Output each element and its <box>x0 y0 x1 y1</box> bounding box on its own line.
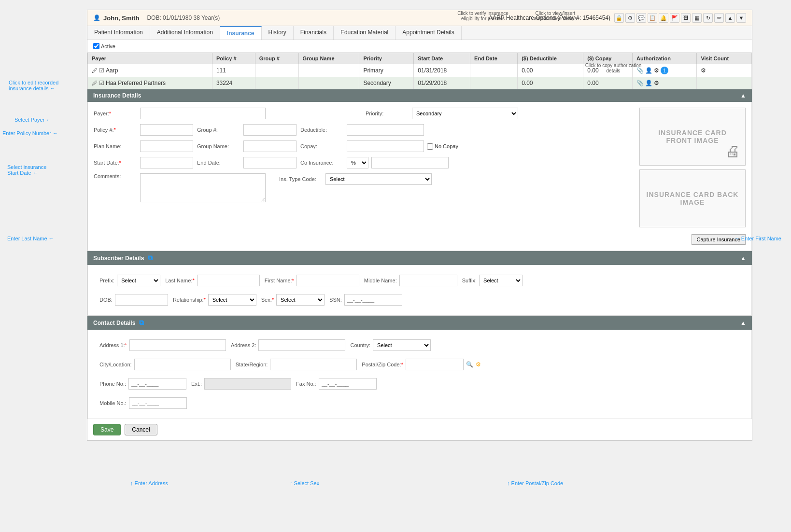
image-icon[interactable]: 🖼 <box>681 13 691 23</box>
callout-enter-policy: Enter Policy Number ← <box>2 130 58 136</box>
priority-select[interactable]: Secondary <box>412 108 518 119</box>
comments-textarea[interactable] <box>140 173 266 202</box>
refresh-icon[interactable]: ↻ <box>703 13 713 23</box>
gear-icon4[interactable]: ⚙ <box>654 80 659 86</box>
end-date-label: End Date: <box>197 160 240 166</box>
start-date-input[interactable] <box>140 157 193 168</box>
tab-patient-information[interactable]: Patient Information <box>87 26 150 40</box>
lock-icon[interactable]: 🔒 <box>614 13 624 23</box>
address1-label: Address 1:* <box>99 342 127 348</box>
prefix-select[interactable]: Select <box>117 275 160 286</box>
relationship-select[interactable]: Select <box>208 294 256 306</box>
deductible-input[interactable] <box>347 124 424 136</box>
tab-financials[interactable]: Financials <box>294 26 334 40</box>
first-name-input[interactable] <box>297 275 359 286</box>
row1-visitcount: ⚙ <box>697 64 752 77</box>
dob-input[interactable] <box>115 294 168 306</box>
contact-details-header[interactable]: Contact Details ⧉ ▲ <box>87 316 752 330</box>
subscriber-details-header[interactable]: Subscriber Details ⧉ ▲ <box>87 251 752 265</box>
sex-select[interactable]: Select <box>276 294 325 306</box>
copy-icon2[interactable]: ⧉ <box>139 319 144 326</box>
gear-icon2[interactable]: ⚙ <box>654 67 659 74</box>
edit-icon[interactable]: 🖊 <box>92 67 98 74</box>
edit-icon2[interactable]: ✏ <box>714 13 724 23</box>
tab-education-material[interactable]: Education Material <box>334 26 396 40</box>
policy-input[interactable] <box>140 124 193 136</box>
active-checkbox-label[interactable]: Active <box>93 43 746 49</box>
flag-icon[interactable]: 🚩 <box>670 13 679 23</box>
tab-additional-information[interactable]: Additional Information <box>150 26 220 40</box>
gear-icon3[interactable]: ⚙ <box>701 67 706 74</box>
priority-label: Priority: <box>366 111 409 116</box>
last-name-input[interactable] <box>197 275 260 286</box>
patient-name: John, Smith <box>103 14 139 22</box>
first-name-label: First Name:* <box>265 278 294 283</box>
city-input[interactable] <box>134 359 231 370</box>
chevron-up-contact: ▲ <box>740 320 746 326</box>
row1-groupname <box>298 64 359 77</box>
checkbox-icon[interactable]: ☑ <box>99 80 104 86</box>
group-name-input[interactable] <box>243 140 297 152</box>
payer-input[interactable] <box>140 108 266 119</box>
plan-name-input[interactable] <box>140 140 193 152</box>
ext-input[interactable] <box>204 378 291 390</box>
search-icon[interactable]: 🔍 <box>466 361 473 368</box>
country-select[interactable]: Select <box>373 339 431 351</box>
row1-startdate: 01/31/2018 <box>414 64 470 77</box>
paperclip-icon2[interactable]: 📎 <box>636 80 644 86</box>
tab-insurance[interactable]: Insurance <box>220 26 262 40</box>
mobile-input[interactable] <box>129 397 187 409</box>
edit-icon[interactable]: 🖊 <box>92 80 98 86</box>
no-copay-label[interactable]: No Copay <box>427 143 458 150</box>
row1-group <box>255 64 298 77</box>
chevron-up-icon[interactable]: ▲ <box>725 13 735 23</box>
active-checkbox[interactable] <box>93 43 99 49</box>
settings-icon2[interactable]: ⚙ <box>476 361 481 368</box>
suffix-select[interactable]: Select <box>479 275 523 286</box>
insurance-details-header[interactable]: Insurance Details ▲ <box>87 89 752 102</box>
row1-policy: 111 <box>212 64 255 77</box>
state-input[interactable] <box>270 359 357 370</box>
address1-input[interactable] <box>129 339 226 351</box>
callout-select-sex: ↑ Select Sex <box>290 480 319 486</box>
checkbox-icon[interactable]: ☑ <box>99 67 104 74</box>
row2-policy: 33224 <box>212 77 255 89</box>
cancel-button[interactable]: Cancel <box>125 424 157 435</box>
ins-type-select[interactable]: Select <box>325 173 432 185</box>
th-payer: Payer <box>88 53 212 64</box>
verify-tooltip: Click to verify insurance eligibility fo… <box>454 11 512 21</box>
th-policy: Policy # <box>212 53 255 64</box>
middle-name-input[interactable] <box>399 275 457 286</box>
row2-visitcount <box>697 77 752 89</box>
th-enddate: End Date <box>470 53 518 64</box>
ins-type-label: Ins. Type Code: <box>279 176 323 182</box>
person-icon[interactable]: 👤 <box>645 67 652 74</box>
ssn-input[interactable] <box>344 294 402 306</box>
tab-history[interactable]: History <box>262 26 294 40</box>
insurance-back-image[interactable]: INSURANCE CARD BACK IMAGE <box>639 169 746 227</box>
copy-icon[interactable]: ⧉ <box>148 254 153 262</box>
tab-appointment-details[interactable]: Appointment Details <box>396 26 461 40</box>
insurance-front-image[interactable]: INSURANCE CARD FRONT IMAGE 🖨 <box>639 108 746 166</box>
person-icon2[interactable]: 👤 <box>645 80 652 86</box>
grid-icon[interactable]: ▦ <box>692 13 702 23</box>
copay-label: Copay: <box>300 143 344 149</box>
postal-input[interactable] <box>406 359 464 370</box>
phone-input[interactable] <box>128 378 186 390</box>
co-insurance-input[interactable] <box>371 157 449 168</box>
callout-enter-address: ↑ Enter Address <box>130 480 168 486</box>
address2-input[interactable] <box>258 339 345 351</box>
end-date-input[interactable] <box>243 157 297 168</box>
chat-icon[interactable]: 💬 <box>636 13 646 23</box>
no-copay-checkbox[interactable] <box>427 143 433 150</box>
note-icon[interactable]: 📋 <box>648 13 657 23</box>
co-insurance-percent-select[interactable]: % <box>347 157 368 168</box>
fax-input[interactable] <box>319 378 377 390</box>
settings-icon[interactable]: ⚙ <box>625 13 635 23</box>
group-input[interactable] <box>243 124 297 136</box>
alert-icon[interactable]: 🔔 <box>659 13 668 23</box>
copay-input[interactable] <box>347 140 424 152</box>
address2-label: Address 2: <box>231 342 256 348</box>
save-button[interactable]: Save <box>93 424 121 435</box>
chevron-down-icon2[interactable]: ▼ <box>736 13 746 23</box>
